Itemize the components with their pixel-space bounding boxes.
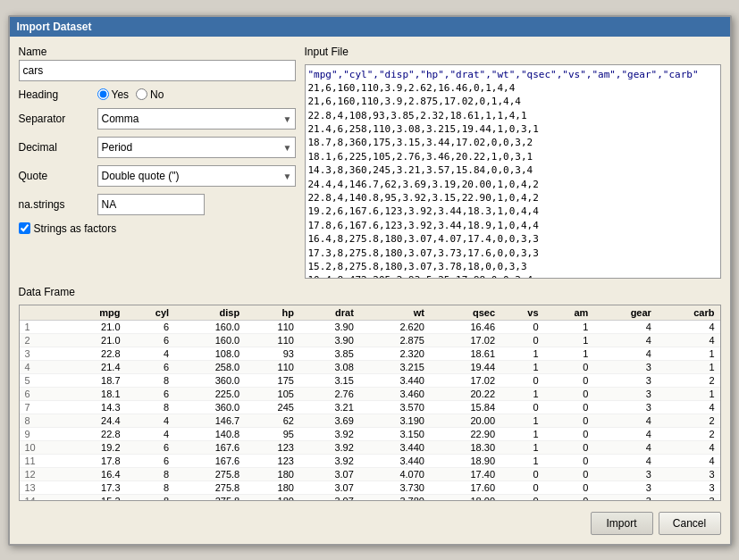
- data-frame-section: Data Frame mpgcyldisphpdratwtqsecvsamgea…: [19, 286, 721, 501]
- heading-yes-option[interactable]: Yes: [97, 88, 130, 101]
- table-row: 221.06160.01103.902.87517.020144: [20, 333, 720, 347]
- table-row: 1216.48275.81803.074.07017.400033: [20, 467, 720, 481]
- column-header-drat: drat: [299, 305, 359, 321]
- heading-row: Heading Yes No: [19, 88, 296, 101]
- data-frame-box[interactable]: mpgcyldisphpdratwtqsecvsamgearcarb121.06…: [19, 305, 721, 501]
- import-dataset-dialog: Import Dataset Name Heading Yes: [8, 15, 732, 546]
- button-row: Import Cancel: [19, 508, 721, 535]
- table-row: 322.84108.0933.852.32018.611141: [20, 347, 720, 360]
- table-row: 824.44146.7623.693.19020.001042: [20, 414, 720, 427]
- heading-yes-radio[interactable]: [97, 88, 109, 100]
- heading-no-radio[interactable]: [136, 88, 147, 100]
- column-header-vs: vs: [500, 305, 544, 321]
- column-header-mpg: mpg: [63, 305, 126, 321]
- nastrings-label: na.strings: [19, 198, 90, 211]
- import-button[interactable]: Import: [591, 512, 653, 535]
- nastrings-row: na.strings: [19, 194, 296, 215]
- heading-radio-group: Yes No: [97, 88, 164, 101]
- column-header-qsec: qsec: [430, 305, 500, 321]
- name-input[interactable]: [19, 60, 296, 81]
- decimal-row: Decimal Period Comma ▼: [19, 137, 296, 158]
- separator-select-wrapper: Comma Semicolon Tab Whitespace Other ▼: [97, 108, 296, 130]
- heading-yes-label: Yes: [112, 88, 130, 101]
- quote-row: Quote Double quote (") Single quote (') …: [19, 165, 296, 187]
- cancel-button[interactable]: Cancel: [659, 512, 721, 535]
- table-row: 1415.28275.81803.073.78018.000033: [20, 494, 720, 501]
- data-frame-label: Data Frame: [19, 286, 721, 298]
- name-section: Name: [19, 46, 296, 81]
- heading-no-label: No: [150, 88, 164, 101]
- column-header-disp: disp: [174, 305, 245, 321]
- decimal-select-wrapper: Period Comma ▼: [97, 137, 296, 158]
- column-header-cyl: cyl: [126, 305, 175, 321]
- strings-as-factors-label: Strings as factors: [34, 222, 117, 235]
- column-header-am: am: [544, 305, 594, 321]
- name-label: Name: [19, 46, 296, 58]
- strings-as-factors-checkbox[interactable]: [19, 222, 30, 234]
- left-panel: Name Heading Yes No: [19, 46, 296, 279]
- separator-row: Separator Comma Semicolon Tab Whitespace…: [19, 108, 296, 130]
- table-row: 421.46258.01103.083.21519.441031: [20, 360, 720, 373]
- quote-select[interactable]: Double quote (") Single quote (') None: [97, 165, 296, 187]
- column-header-wt: wt: [359, 305, 430, 321]
- heading-label: Heading: [19, 88, 90, 101]
- column-header-gear: gear: [593, 305, 657, 321]
- input-file-label: Input File: [305, 46, 721, 58]
- table-row: 1117.86167.61233.923.44018.901044: [20, 454, 720, 467]
- decimal-label: Decimal: [19, 141, 90, 154]
- table-row: 518.78360.01753.153.44017.020032: [20, 373, 720, 387]
- nastrings-input[interactable]: [97, 194, 205, 215]
- dialog-title: Import Dataset: [10, 17, 730, 37]
- decimal-select[interactable]: Period Comma: [97, 137, 296, 158]
- heading-no-option[interactable]: No: [136, 88, 164, 101]
- table-row: 618.16225.01052.763.46020.221031: [20, 387, 720, 400]
- table-row: 1317.38275.81803.073.73017.600033: [20, 481, 720, 494]
- data-table: mpgcyldisphpdratwtqsecvsamgearcarb121.06…: [20, 305, 720, 501]
- table-row: 1019.26167.61233.923.44018.301044: [20, 440, 720, 454]
- right-panel: Input File "mpg","cyl","disp","hp","drat…: [305, 46, 721, 279]
- separator-label: Separator: [19, 113, 90, 125]
- quote-select-wrapper: Double quote (") Single quote (') None ▼: [97, 165, 296, 187]
- strings-as-factors-row: Strings as factors: [19, 222, 296, 235]
- input-file-box[interactable]: "mpg","cyl","disp","hp","drat","wt","qse…: [305, 64, 721, 279]
- separator-select[interactable]: Comma Semicolon Tab Whitespace Other: [97, 108, 296, 130]
- column-header-carb: carb: [657, 305, 720, 321]
- table-row: 121.06160.01103.902.62016.460144: [20, 320, 720, 333]
- column-header-hp: hp: [245, 305, 299, 321]
- quote-label: Quote: [19, 170, 90, 182]
- table-row: 922.84140.8953.923.15022.901042: [20, 427, 720, 440]
- table-row: 714.38360.02453.213.57015.840034: [20, 400, 720, 414]
